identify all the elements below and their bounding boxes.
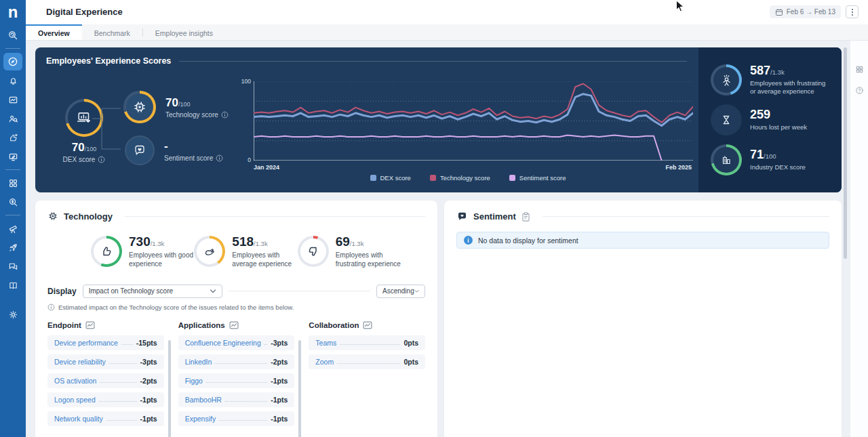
legend-dex[interactable]: DEX score — [370, 174, 411, 182]
meh-hand-icon — [203, 245, 216, 258]
industry-dex-value: 71 — [750, 148, 764, 161]
experience-chart-svg — [254, 81, 693, 161]
rocket-icon[interactable] — [3, 238, 22, 256]
impact-row[interactable]: Zoom0pts — [309, 354, 425, 369]
x-axis-label-start: Jan 2024 — [254, 164, 279, 171]
y-axis-tick-100: 100 — [237, 78, 251, 85]
device-edit-icon[interactable] — [3, 148, 22, 165]
applications-scrollbar[interactable] — [298, 340, 301, 437]
applications-column: Applications Confluence Engineering-3pts… — [178, 321, 295, 426]
no-data-banner: i No data to display for sentiment — [456, 232, 829, 249]
hero-title: Employees' Experience Scores — [46, 56, 171, 66]
impact-row[interactable]: BambooHR-1pts — [178, 392, 295, 407]
impact-row[interactable]: Logon speed-1pts — [47, 392, 164, 407]
top-bar: Digital Experience Feb 6 → Feb 13 — [26, 0, 868, 24]
speech-bubble-heart-icon — [133, 144, 146, 157]
impact-row[interactable]: Device performance-15pts — [47, 335, 164, 350]
legend-technology[interactable]: Technology score — [430, 174, 490, 182]
frustrated-average-suffix: /1.3k — [770, 68, 785, 76]
date-range-picker[interactable]: Feb 6 → Feb 13 — [770, 5, 841, 18]
technology-score-label: Technology score — [165, 111, 218, 119]
frustrated-average-gauge — [711, 64, 742, 96]
sidebar: n — [0, 0, 26, 437]
x-axis-label-end: Feb 2025 — [665, 164, 692, 171]
info-icon: i — [464, 236, 473, 245]
experience-trend-chart: 100 0 Jan 2024 Feb 2025 DEX score Techno… — [237, 47, 698, 192]
industry-dex-gauge — [711, 144, 742, 175]
tab-employee-insights[interactable]: Employee insights — [143, 24, 225, 40]
average-experience-suffix: /1.3k — [254, 240, 268, 247]
sidebar-divider — [5, 169, 20, 170]
survey-clipboard-icon[interactable] — [521, 212, 530, 222]
dex-info-icon[interactable] — [98, 156, 105, 163]
industry-dex-stat: 71/100 Industry DEX score — [711, 144, 842, 175]
chat-icon[interactable] — [3, 257, 22, 275]
chart-box-icon[interactable] — [85, 321, 95, 329]
average-experience-gauge — [194, 236, 225, 267]
dashboards-icon[interactable] — [3, 91, 22, 108]
impact-row[interactable]: Network quality-1pts — [47, 411, 164, 426]
tab-benchmark[interactable]: Benchmark — [82, 24, 142, 40]
technology-card-title: Technology — [64, 211, 113, 222]
impact-row[interactable]: Device reliability-3pts — [47, 354, 164, 369]
impact-columns: Endpoint Device performance-15pts Device… — [47, 321, 425, 426]
search-history-icon[interactable] — [3, 26, 22, 44]
industry-dex-label: Industry DEX score — [750, 163, 806, 171]
dex-score-label: DEX score — [63, 156, 96, 163]
tab-overview[interactable]: Overview — [26, 24, 82, 40]
legend-swatch-technology — [430, 175, 436, 181]
grid-apps-icon[interactable] — [3, 174, 22, 192]
technology-head-divider — [125, 216, 425, 217]
average-experience-value: 518 — [232, 234, 254, 249]
chart-box-icon[interactable] — [363, 321, 372, 329]
impact-row[interactable]: LinkedIn-2pts — [178, 354, 295, 369]
library-icon[interactable] — [3, 276, 22, 294]
sentiment-score-circle — [125, 136, 155, 165]
frustrated-average-stat: 587/1.3k Employees with frustrating or a… — [711, 64, 842, 96]
average-experience-label: Employees with average experience — [232, 251, 297, 268]
settings-gear-icon[interactable] — [3, 306, 22, 323]
impact-row[interactable]: Figgo-1pts — [178, 373, 295, 388]
sidebar-divider — [5, 215, 20, 215]
more-options-button[interactable] — [846, 5, 859, 18]
average-experience-stat: 518/1.3k Employees with average experien… — [194, 235, 297, 268]
chart-legend: DEX score Technology score Sentiment sco… — [237, 174, 698, 182]
applications-column-title: Applications — [178, 321, 225, 329]
technology-info-icon[interactable] — [221, 111, 229, 119]
impact-row[interactable]: Confluence Engineering-3pts — [178, 335, 295, 350]
display-metric-select[interactable]: Impact on Technology score — [83, 285, 222, 298]
chip-icon — [132, 100, 147, 115]
widgets-icon[interactable] — [855, 65, 864, 74]
impact-row[interactable]: OS activation-2pts — [47, 373, 164, 388]
no-data-message: No data to display for sentiment — [478, 236, 578, 245]
technology-score-value: 70 — [165, 96, 178, 109]
sidebar-item-explore[interactable] — [3, 53, 22, 70]
good-experience-stat: 730/1.3k Employees with good experience — [91, 235, 194, 268]
telescope-icon[interactable] — [3, 220, 22, 237]
legend-sentiment[interactable]: Sentiment score — [509, 174, 566, 182]
endpoint-scrollbar[interactable] — [168, 340, 171, 437]
sentiment-info-icon[interactable] — [216, 154, 223, 162]
hours-lost-circle — [711, 104, 742, 136]
user-search-icon[interactable] — [3, 110, 22, 127]
vertical-scrollbar[interactable] — [844, 47, 847, 259]
notifications-bell-icon[interactable] — [3, 72, 22, 89]
chart-box-icon[interactable] — [229, 321, 239, 329]
impact-row[interactable]: Expensify-1pts — [178, 411, 295, 426]
impact-hint-text: Estimated impact on the Technology score… — [58, 304, 294, 311]
impact-row[interactable]: Teams0pts — [309, 335, 425, 350]
chevron-down-icon — [210, 289, 216, 293]
main-content: Employees' Experience Scores 70/100 DEX … — [26, 41, 868, 437]
hours-lost-label: Hours lost per week — [750, 123, 807, 131]
sort-order-select[interactable]: Ascending — [376, 285, 425, 298]
sentiment-score-label: Sentiment score — [164, 154, 213, 162]
cost-search-icon[interactable] — [3, 193, 22, 211]
hero-stats-card: 587/1.3k Employees with frustrating or a… — [698, 47, 842, 192]
thumb-actions-icon[interactable] — [3, 129, 22, 146]
thumbs-up-icon — [100, 245, 113, 258]
experience-scores-panel: Employees' Experience Scores 70/100 DEX … — [35, 47, 842, 192]
buildings-icon — [719, 153, 733, 167]
tab-bar: Overview Benchmark Employee insights — [26, 24, 868, 41]
endpoint-column: Endpoint Device performance-15pts Device… — [47, 321, 164, 426]
help-icon[interactable] — [855, 86, 864, 95]
